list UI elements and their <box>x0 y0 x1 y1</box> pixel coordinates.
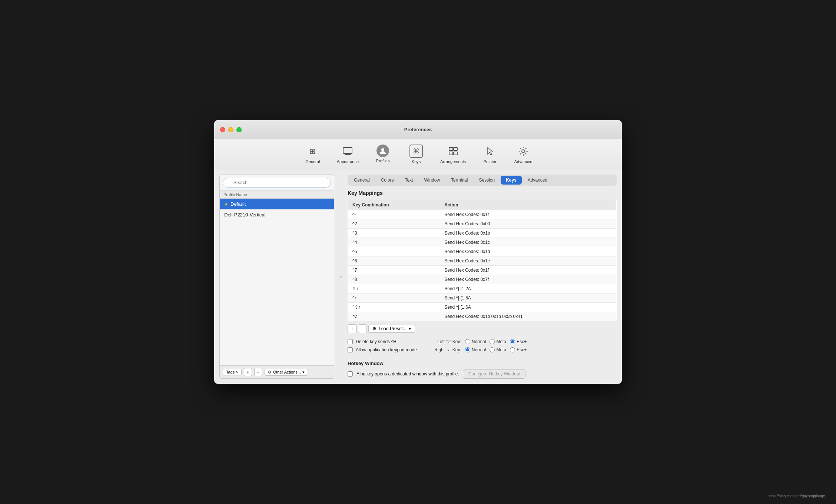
svg-line-13 <box>520 148 521 149</box>
col-key-combination: Key Combination <box>348 200 440 210</box>
keys-icon: ⌘ <box>409 145 423 158</box>
left-esc-option[interactable]: Esc+ <box>510 339 527 344</box>
table-row[interactable]: ^7Send Hex Codes: 0x1f <box>348 266 617 275</box>
table-row[interactable]: ⇧↑Send ^[ [1;2A <box>348 284 617 294</box>
toolbar-appearance-label: Appearance <box>337 159 359 164</box>
action-cell: Send Hex Codes: 0x1c <box>440 238 616 247</box>
delete-sends-h-row[interactable]: Delete key sends ^H <box>348 339 417 344</box>
toolbar-profiles-label: Profiles <box>376 159 390 163</box>
maximize-button[interactable] <box>236 127 242 132</box>
table-row[interactable]: ^6Send Hex Codes: 0x1e <box>348 256 617 266</box>
table-row[interactable]: ^3Send Hex Codes: 0x1b <box>348 229 617 238</box>
allow-keypad-row[interactable]: Allow application keypad mode <box>348 347 417 352</box>
action-cell: Send Hex Codes: 0x1f <box>440 266 616 275</box>
panel-splitter[interactable] <box>339 175 342 379</box>
tab-text[interactable]: Text <box>399 176 418 185</box>
hotkey-title: Hotkey Window <box>348 361 617 366</box>
toolbar-item-arrangements[interactable]: Arrangements <box>437 143 470 165</box>
right-normal-label: Normal <box>472 347 486 352</box>
profile-list: ★ Default Dell-P2210-Vertical <box>220 199 334 365</box>
right-esc-radio[interactable] <box>510 347 515 352</box>
search-input[interactable] <box>223 178 331 188</box>
minimize-button[interactable] <box>228 127 233 132</box>
right-meta-option[interactable]: Meta <box>490 347 506 352</box>
general-icon: ⊞ <box>306 145 319 158</box>
remove-mapping-button[interactable]: − <box>358 324 367 333</box>
table-row[interactable]: ^8Send Hex Codes: 0x7f <box>348 275 617 284</box>
tags-button[interactable]: Tags > <box>223 369 242 375</box>
right-normal-option[interactable]: Normal <box>465 347 486 352</box>
left-normal-option[interactable]: Normal <box>465 339 486 344</box>
left-meta-radio[interactable] <box>490 339 495 344</box>
tab-terminal[interactable]: Terminal <box>446 176 473 185</box>
tab-colors[interactable]: Colors <box>376 176 399 185</box>
left-meta-label: Meta <box>496 339 506 344</box>
table-row[interactable]: ⌥↑Send Hex Codes: 0x1b 0x1b 0x5b 0x41 <box>348 312 617 321</box>
appearance-icon <box>341 145 354 158</box>
dropdown-preset-icon: ▾ <box>409 326 411 331</box>
hotkey-checkbox[interactable] <box>348 371 353 377</box>
left-normal-label: Normal <box>472 339 486 344</box>
allow-keypad-checkbox[interactable] <box>348 347 353 352</box>
key-combo-cell: ^6 <box>348 256 440 266</box>
action-cell: Send ^[ [1;5A <box>440 294 616 303</box>
key-combo-cell: ^- <box>348 210 440 219</box>
hotkey-label: A hotkey opens a dedicated window with t… <box>356 371 459 377</box>
profile-item-default[interactable]: ★ Default <box>220 199 334 209</box>
table-row[interactable]: ^2Send Hex Codes: 0x00 <box>348 219 617 229</box>
key-combo-cell: ^8 <box>348 275 440 284</box>
right-panel: General Colors Text Window Terminal Sess… <box>348 175 617 379</box>
tab-keys[interactable]: Keys <box>501 176 522 185</box>
toolbar-item-profiles[interactable]: Profiles <box>370 143 396 165</box>
key-combo-cell: ⇧↑ <box>348 284 440 294</box>
right-meta-label: Meta <box>496 347 506 352</box>
close-button[interactable] <box>220 127 225 132</box>
key-combo-cell: ⌥↑ <box>348 312 440 321</box>
svg-rect-5 <box>454 147 457 150</box>
svg-line-14 <box>525 153 527 155</box>
other-actions-button[interactable]: ⚙ Other Actions... ▾ <box>265 369 308 376</box>
tab-session[interactable]: Session <box>474 176 500 185</box>
left-esc-radio[interactable] <box>510 339 515 344</box>
load-preset-button[interactable]: ⚙ Load Preset... ▾ <box>368 325 415 333</box>
col-action: Action <box>440 200 616 210</box>
options-row: Delete key sends ^H Allow application ke… <box>348 339 617 352</box>
left-meta-option[interactable]: Meta <box>490 339 506 344</box>
tab-advanced[interactable]: Advanced <box>522 176 553 185</box>
toolbar-item-advanced[interactable]: Advanced <box>510 143 536 165</box>
toolbar-arrangements-label: Arrangements <box>440 159 466 164</box>
right-esc-option[interactable]: Esc+ <box>510 347 527 352</box>
table-row[interactable]: ^4Send Hex Codes: 0x1c <box>348 238 617 247</box>
allow-keypad-label: Allow application keypad mode <box>356 347 417 352</box>
profile-item-dell[interactable]: Dell-P2210-Vertical <box>220 209 334 220</box>
checkboxes-group: Delete key sends ^H Allow application ke… <box>348 339 417 352</box>
key-combo-cell: ^3 <box>348 229 440 238</box>
profile-name-header: Profile Name <box>220 191 334 199</box>
add-profile-button[interactable]: + <box>244 368 252 376</box>
toolbar-item-keys[interactable]: ⌘ Keys <box>403 143 429 165</box>
gear-preset-icon: ⚙ <box>372 326 376 331</box>
right-normal-radio[interactable] <box>465 347 470 352</box>
tab-window[interactable]: Window <box>419 176 445 185</box>
toolbar-item-pointer[interactable]: Pointer <box>477 143 503 165</box>
delete-sends-h-checkbox[interactable] <box>348 339 353 344</box>
left-normal-radio[interactable] <box>465 339 470 344</box>
table-row[interactable]: ^-Send Hex Codes: 0x1f <box>348 210 617 219</box>
action-cell: Send Hex Codes: 0x1b 0x1b 0x5b 0x41 <box>440 312 616 321</box>
action-cell: Send ^[ [1;2A <box>440 284 616 294</box>
add-mapping-button[interactable]: + <box>348 324 356 333</box>
right-meta-radio[interactable] <box>490 347 495 352</box>
action-cell: Send Hex Codes: 0x1f <box>440 210 616 219</box>
search-wrapper: 🔍 <box>223 178 331 188</box>
table-row[interactable]: ^⇧↑Send ^[ [1;6A <box>348 303 617 312</box>
configure-hotkey-button[interactable]: Configure Hotkey Window <box>463 369 525 379</box>
table-row[interactable]: ^↑Send ^[ [1;5A <box>348 294 617 303</box>
toolbar-item-appearance[interactable]: Appearance <box>333 143 362 165</box>
tab-general[interactable]: General <box>349 176 375 185</box>
arrangements-icon <box>447 145 460 158</box>
splitter-dot <box>340 276 342 278</box>
table-row[interactable]: ^5Send Hex Codes: 0x1d <box>348 247 617 256</box>
remove-profile-button[interactable]: − <box>254 368 262 376</box>
other-actions-label: Other Actions... <box>273 370 301 374</box>
toolbar-item-general[interactable]: ⊞ General <box>300 143 326 165</box>
